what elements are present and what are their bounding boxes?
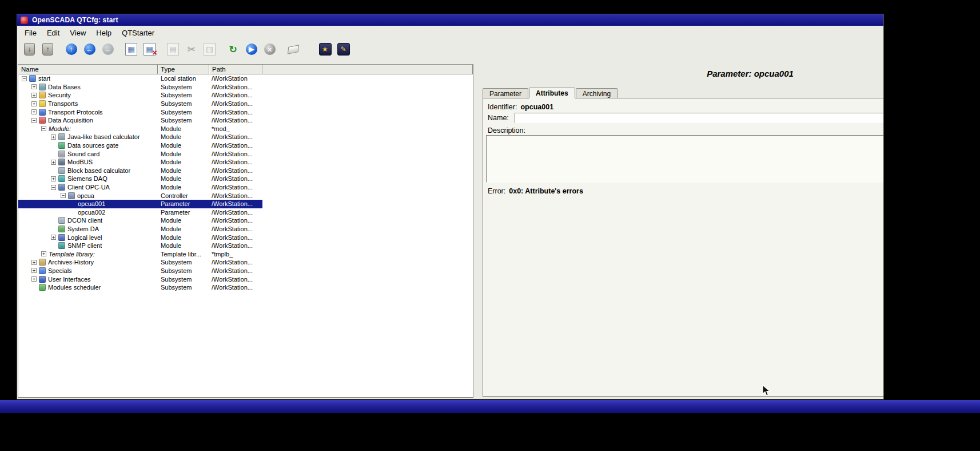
refresh-button[interactable]: ↻ (225, 42, 241, 57)
tree-cell-name: +Security (18, 92, 158, 98)
tree-cell-name: −Data Acquisition (18, 117, 158, 124)
tree-cell-name: −Module: (18, 125, 158, 132)
tree-cell-path: /WorkStation... (209, 92, 262, 98)
expander-spacer (51, 168, 56, 173)
expand-plus-icon[interactable]: + (31, 101, 37, 106)
tree-cell-type: Module (158, 226, 209, 232)
expand-plus-icon[interactable]: + (31, 84, 37, 89)
menu-item-qtstarter[interactable]: QTStarter (117, 27, 160, 39)
tree-row-system-da[interactable]: System DAModule/WorkStation... (18, 225, 262, 234)
collapse-minus-icon[interactable]: − (22, 76, 27, 81)
tree-row-specials[interactable]: +SpecialsSubsystem/WorkStation... (18, 267, 262, 275)
tree-row-siemens-daq[interactable]: +Siemens DAQModule/WorkStation... (18, 175, 262, 183)
tree-item-label: SNMP client (67, 242, 102, 249)
tree-cell-path: *tmplb_ (209, 251, 262, 258)
expand-plus-icon[interactable]: + (31, 109, 37, 114)
menu-item-help[interactable]: Help (91, 27, 117, 39)
logiclev-icon (58, 234, 65, 241)
expand-plus-icon[interactable]: + (51, 176, 56, 181)
tree-row-data-acquisition[interactable]: −Data AcquisitionSubsystem/WorkStation..… (18, 116, 262, 125)
tree-row-user-interfaces[interactable]: +User InterfacesSubsystem/WorkStation... (18, 275, 262, 283)
tree-cell-type: Subsystem (158, 84, 209, 90)
tree-row-modules-scheduler[interactable]: Modules schedulerSubsystem/WorkStation..… (18, 283, 262, 292)
tree-cell-name: +Java-like based calculator (18, 133, 158, 140)
tree-row-start[interactable]: −startLocal station/WorkStation (18, 74, 262, 83)
save-to-db-button[interactable]: ↑ (40, 42, 55, 57)
tree-row-data-sources-gate[interactable]: Data sources gateModule/WorkStation... (18, 141, 262, 150)
expand-plus-icon[interactable]: + (51, 160, 56, 165)
start-updating-button[interactable]: ▶ (244, 42, 259, 57)
tree-cell-path: /WorkStation... (209, 184, 262, 191)
collapse-minus-icon[interactable]: − (61, 193, 66, 198)
tree-row-opcua001[interactable]: opcua001Parameter/WorkStation... (18, 200, 262, 208)
expand-plus-icon[interactable]: + (51, 235, 56, 240)
expand-plus-icon[interactable]: + (31, 260, 37, 265)
tree-row-transport-protocols[interactable]: +Transport ProtocolsSubsystem/WorkStatio… (18, 108, 262, 116)
menu-bar: FileEditViewHelpQTStarter (17, 26, 883, 40)
expand-plus-icon[interactable]: + (41, 251, 46, 256)
tree-row-sound-card[interactable]: Sound cardModule/WorkStation... (18, 149, 262, 158)
go-back-button[interactable]: ← (82, 42, 97, 57)
tree-cell-path: /WorkStation... (209, 267, 262, 274)
tree-cell-path: /WorkStation... (209, 209, 262, 216)
tree-row-data-bases[interactable]: +Data BasesSubsystem/WorkStation... (18, 83, 262, 92)
tree-row-archives-history[interactable]: +Archives-HistorySubsystem/WorkStation..… (18, 258, 262, 267)
tree-row-opcua[interactable]: −opcuaController/WorkStation... (18, 191, 262, 200)
tree-row-snmp-client[interactable]: SNMP clientModule/WorkStation... (18, 242, 262, 250)
expander-spacer (51, 218, 56, 223)
tree-row-security[interactable]: +SecuritySubsystem/WorkStation... (18, 91, 262, 100)
expand-plus-icon[interactable]: + (31, 276, 37, 282)
tree-cell-name: +Specials (18, 267, 158, 274)
stop-updating-button[interactable]: × (262, 42, 277, 57)
snmp-icon (58, 242, 65, 249)
tree-row-block-based-calculator[interactable]: Block based calculatorModule/WorkStation… (18, 167, 262, 175)
tree-row-modbus[interactable]: +ModBUSModule/WorkStation... (18, 158, 262, 167)
tree-cell-name: +ModBUS (18, 159, 158, 165)
tree-cell-path: /WorkStation... (209, 159, 262, 165)
menu-item-view[interactable]: View (65, 27, 91, 39)
tab-attributes[interactable]: Attributes (529, 88, 575, 98)
expand-plus-icon[interactable]: + (31, 268, 37, 273)
splitter[interactable] (473, 64, 481, 398)
tree-cell-type: Module (158, 159, 209, 165)
tree-row-client-opc-ua[interactable]: −Client OPC-UAModule/WorkStation... (18, 183, 262, 192)
mouse-cursor (762, 385, 771, 397)
tree-row-dcon-client[interactable]: DCON clientModule/WorkStation... (18, 216, 262, 225)
tree-item-label: Data sources gate (67, 142, 118, 149)
qtstarter-tool-button[interactable]: ✎ (336, 42, 351, 57)
column-header-path[interactable]: Path (209, 65, 262, 74)
column-header-name[interactable]: Name (18, 65, 158, 74)
erase-changes-button[interactable] (285, 42, 301, 57)
menu-item-file[interactable]: File (19, 27, 42, 39)
collapse-minus-icon[interactable]: − (41, 126, 46, 131)
go-up-button[interactable]: ↑ (63, 42, 79, 57)
tree-cell-type: Module (158, 167, 209, 174)
tab-parameter[interactable]: Parameter (483, 88, 528, 98)
tree-row-module[interactable]: −Module:Module*mod_ (18, 125, 262, 133)
tree-row-java-like-based-calculator[interactable]: +Java-like based calculatorModule/WorkSt… (18, 133, 262, 141)
tree-cell-path: /WorkStation... (209, 109, 262, 116)
tree-row-logical-level[interactable]: +Logical levelModule/WorkStation... (18, 233, 262, 242)
load-from-db-button[interactable]: ↓ (22, 42, 37, 57)
tree-cell-path: /WorkStation... (209, 151, 262, 157)
tree-cell-name: opcua002 (18, 209, 158, 216)
tree-cell-name: System DA (18, 226, 158, 232)
tab-archiving[interactable]: Archiving (576, 88, 618, 98)
tree-row-template-library[interactable]: +Template library:Template libr...*tmplb… (18, 250, 262, 258)
delete-item-button[interactable]: ▦× (142, 42, 157, 57)
go-forward-button: → (100, 42, 115, 57)
tree-row-opcua002[interactable]: opcua002Parameter/WorkStation... (18, 208, 262, 217)
menu-item-edit[interactable]: Edit (42, 27, 65, 39)
app-window: OpenSCADA QTCfg: start FileEditViewHelpQ… (17, 14, 883, 399)
tree-row-transports[interactable]: +TransportsSubsystem/WorkStation... (18, 100, 262, 108)
column-header-type[interactable]: Type (158, 65, 209, 74)
collapse-minus-icon[interactable]: − (51, 185, 56, 190)
expand-plus-icon[interactable]: + (31, 93, 37, 98)
expand-plus-icon[interactable]: + (51, 134, 56, 140)
add-item-button[interactable]: ▦ (124, 42, 139, 57)
name-input[interactable] (515, 113, 883, 123)
title-bar[interactable]: OpenSCADA QTCfg: start (17, 14, 883, 26)
qtstarter-configurator-button[interactable]: ★ (317, 42, 333, 57)
description-textarea[interactable] (486, 135, 883, 183)
collapse-minus-icon[interactable]: − (31, 118, 37, 123)
